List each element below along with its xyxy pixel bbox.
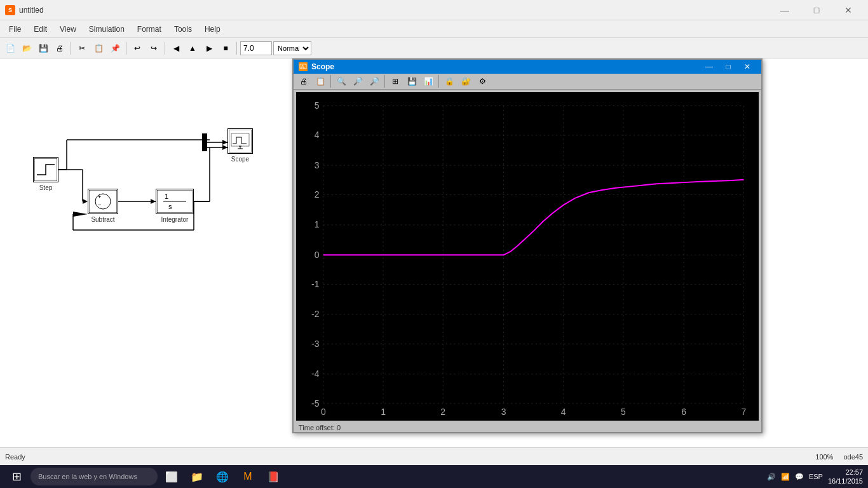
sep4 (236, 42, 237, 55)
scope-window: Scope — □ ✕ 🖨 📋 🔍 🔎 🔎 ⊞ 💾 📊 (292, 58, 763, 433)
matlab-button[interactable]: M (236, 465, 259, 488)
svg-text:s: s (168, 203, 172, 210)
menu-help[interactable]: Help (198, 22, 227, 36)
window-title: untitled (19, 6, 44, 15)
svg-rect-21 (202, 133, 207, 151)
undo-button[interactable]: ↩ (130, 41, 145, 56)
time-input[interactable] (240, 41, 272, 55)
acrobat-button[interactable]: 📕 (262, 465, 285, 488)
scope-save-btn[interactable]: 💾 (404, 74, 419, 89)
scope-footer: Time offset: 0 (294, 423, 761, 432)
title-bar: S untitled — □ ✕ (0, 0, 868, 20)
svg-marker-15 (73, 212, 88, 217)
scope-minimize-button[interactable]: — (700, 60, 718, 74)
taskbar-date: 16/11/2015 (828, 477, 863, 485)
svg-marker-8 (222, 145, 227, 150)
step-block[interactable] (33, 157, 58, 182)
menu-edit[interactable]: Edit (27, 22, 53, 36)
menu-file[interactable]: File (3, 22, 27, 36)
scope-close-button[interactable]: ✕ (738, 60, 756, 74)
taskbar-lang: ESP (809, 473, 823, 480)
taskbar-clock: 22:57 16/11/2015 (828, 468, 863, 486)
scope-zoom-y-btn[interactable]: 🔎 (367, 74, 382, 89)
toolbar: 📄 📂 💾 🖨 ✂ 📋 📌 ↩ ↪ ◀ ▲ ▶ ■ Normal Acceler… (0, 38, 868, 58)
taskbar-wifi-icon: 📶 (781, 473, 790, 481)
start-button[interactable]: ⊞ (5, 465, 28, 488)
scope-window-title: Scope (311, 62, 334, 71)
svg-text:4: 4 (561, 407, 566, 417)
scope-params-btn[interactable]: 📋 (313, 74, 328, 89)
minimize-button[interactable]: — (770, 0, 799, 20)
svg-text:+: + (98, 194, 101, 200)
svg-text:-4: -4 (311, 369, 320, 379)
scope-settings-btn[interactable]: ⚙ (475, 74, 490, 89)
maximize-button[interactable]: □ (802, 0, 831, 20)
save-button[interactable]: 💾 (36, 41, 51, 56)
taskbar-notification-icon: 💬 (795, 473, 804, 481)
paste-button[interactable]: 📌 (107, 41, 123, 56)
scope-plot-svg: 5 4 3 2 1 0 -1 -2 -3 -4 -5 0 1 2 3 4 (296, 92, 759, 421)
scope-maximize-button[interactable]: □ (719, 60, 737, 74)
new-button[interactable]: 📄 (3, 41, 18, 56)
scope-data-btn[interactable]: 📊 (421, 74, 436, 89)
step-label: Step (33, 184, 58, 191)
taskbar-time: 22:57 (828, 468, 863, 477)
svg-text:-5: -5 (311, 398, 320, 409)
scope-sep2 (384, 75, 385, 88)
chrome-button[interactable]: 🌐 (211, 465, 234, 488)
cut-button[interactable]: ✂ (74, 41, 90, 56)
scope-zoom-x-btn[interactable]: 🔎 (350, 74, 365, 89)
ready-status: Ready (5, 453, 25, 461)
taskbar-search-input[interactable] (31, 468, 158, 485)
svg-text:1: 1 (165, 193, 168, 200)
svg-text:6: 6 (681, 407, 686, 417)
scope-autoscale-btn[interactable]: ⊞ (388, 74, 403, 89)
svg-marker-2 (83, 199, 88, 204)
scope-zoom-in-btn[interactable]: 🔍 (334, 74, 349, 89)
print-button[interactable]: 🖨 (52, 41, 67, 56)
status-bar-right: 100% ode45 (815, 453, 863, 461)
up-button[interactable]: ▲ (185, 41, 200, 56)
redo-button[interactable]: ↪ (146, 41, 161, 56)
svg-text:-1: -1 (311, 279, 320, 289)
status-bar-left: Ready (5, 453, 25, 461)
svg-text:4: 4 (315, 130, 320, 140)
menu-tools[interactable]: Tools (168, 22, 198, 36)
scope-title-bar: Scope — □ ✕ (294, 60, 761, 74)
integrator-block[interactable]: 1 s (156, 189, 194, 214)
svg-text:−: − (98, 201, 101, 208)
copy-button[interactable]: 📋 (91, 41, 106, 56)
title-bar-left: S untitled (5, 5, 44, 15)
svg-text:3: 3 (501, 407, 506, 417)
taskbar-volume-icon: 🔊 (767, 473, 776, 481)
scope-title-left: Scope (299, 62, 334, 71)
svg-rect-34 (231, 133, 249, 146)
next-button[interactable]: ▶ (201, 41, 217, 56)
solver-name: ode45 (843, 453, 863, 461)
zoom-level: 100% (815, 453, 833, 461)
scope-title-controls: — □ ✕ (700, 60, 756, 74)
open-button[interactable]: 📂 (19, 41, 34, 56)
mode-select[interactable]: Normal Accelerator (273, 41, 311, 55)
subtract-block[interactable]: + − (88, 189, 118, 214)
simulink-canvas[interactable]: Step + − Subtract 1 s Integrator (0, 58, 868, 447)
svg-text:2: 2 (315, 189, 320, 200)
close-button[interactable]: ✕ (834, 0, 863, 20)
task-view-button[interactable]: ⬜ (160, 465, 183, 488)
menu-view[interactable]: View (53, 22, 83, 36)
scope-lock-btn[interactable]: 🔒 (442, 74, 457, 89)
app-icon: S (5, 5, 15, 15)
svg-text:0: 0 (315, 250, 320, 260)
svg-text:-3: -3 (311, 339, 320, 349)
taskbar-right: 🔊 📶 💬 ESP 22:57 16/11/2015 (767, 468, 863, 486)
scope-print-btn[interactable]: 🖨 (296, 74, 311, 89)
sep1 (71, 42, 71, 55)
taskbar: ⊞ ⬜ 📁 🌐 M 📕 🔊 📶 💬 ESP 22:57 16/11/2015 (0, 465, 868, 488)
file-explorer-button[interactable]: 📁 (186, 465, 208, 488)
scope-block[interactable] (227, 128, 253, 154)
menu-format[interactable]: Format (131, 22, 168, 36)
menu-simulation[interactable]: Simulation (83, 22, 131, 36)
stop-button[interactable]: ■ (218, 41, 233, 56)
prev-button[interactable]: ◀ (168, 41, 184, 56)
scope-lock2-btn[interactable]: 🔐 (458, 74, 473, 89)
